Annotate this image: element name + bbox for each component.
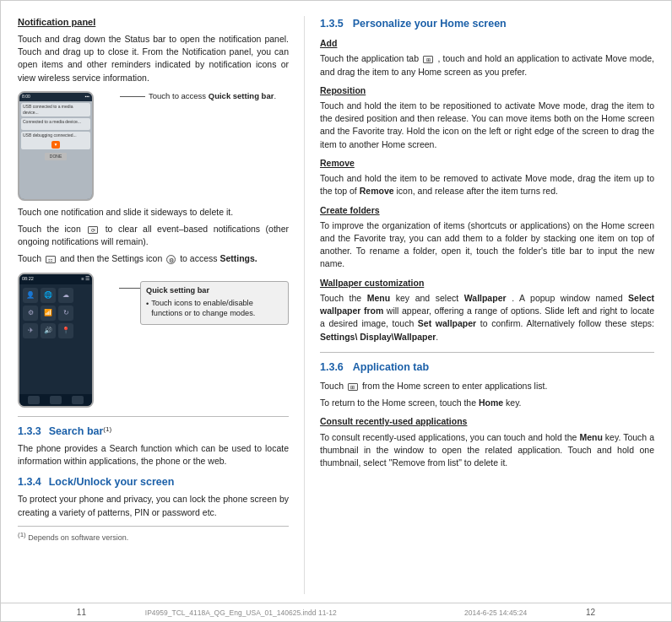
quick-setting-bar-label: Quick setting bar xyxy=(146,285,283,296)
pm2-icon-3: ☁ xyxy=(58,288,73,303)
pm2-icon-5: 📶 xyxy=(41,306,56,321)
status-icons: ▪▪▪ xyxy=(85,94,89,100)
section134-title: Lock/Unlock your screen xyxy=(49,476,175,488)
callout2-box: Quick setting bar • Touch icons to enabl… xyxy=(140,281,289,326)
notification-item-3: USB debugging connected... ▼ xyxy=(21,132,90,149)
pm2-icon-6: ↻ xyxy=(58,306,73,321)
pm2-icon-1: 👤 xyxy=(23,288,38,303)
reposition-paragraph: Touch and hold the item to be reposition… xyxy=(320,100,654,151)
callout-bold-1: Quick setting bar xyxy=(209,91,274,100)
notification-instruction3: Touch ⚏ and then the Settings icon ⚙ to … xyxy=(18,252,289,265)
callout-text-1: Touch to access Quick setting bar. xyxy=(149,91,276,102)
clear-notifications-icon: ⟳ xyxy=(88,226,98,234)
section-135-header: 1.3.5 Personalize your Home screen xyxy=(320,16,654,31)
pm2-status-bar: 08:22 ≡ ☰ xyxy=(19,274,92,284)
footnote: (1) Depends on software version. xyxy=(18,526,289,544)
pm2-icon-8: 🔊 xyxy=(41,323,56,338)
callout-line-1 xyxy=(120,96,145,97)
pm2-icon-4: ⚙ xyxy=(23,306,38,321)
remove-paragraph: Touch and hold the item to be removed to… xyxy=(320,172,654,197)
apptab-return-paragraph: To return to the Home screen, touch the … xyxy=(320,397,654,409)
pm2-icon-9: 📍 xyxy=(58,323,73,338)
section135-title: Personalize your Home screen xyxy=(353,18,507,30)
consult-paragraph: To consult recently-used applications, y… xyxy=(320,431,654,470)
create-folders-heading: Create folders xyxy=(320,204,654,217)
notification-item-2: Connected to a media device... xyxy=(21,118,90,130)
pm2-bottom-icon-3 xyxy=(72,396,84,404)
pm2-icon-2: 🌐 xyxy=(41,288,56,303)
notification-area: USB connected to a media device... Conne… xyxy=(19,101,92,199)
wallpaper-heading: Wallpaper customization xyxy=(320,277,654,289)
section-133: 1.3.3 Search bar(1) xyxy=(18,424,289,439)
status-bar-1: 8:00 ▪▪▪ xyxy=(19,93,92,101)
notification-instruction1: Touch one notification and slide it side… xyxy=(18,206,289,219)
add-paragraph: Touch the application tab ⊞ , touch and … xyxy=(320,52,654,78)
section136-title: Application tab xyxy=(353,361,429,373)
settings-gear-icon: ⚙ xyxy=(166,255,176,264)
callout2-bullet-1: • Touch icons to enable/disable function… xyxy=(146,298,283,320)
section-divider-2 xyxy=(320,352,654,353)
section136-number: 1.3.6 xyxy=(320,361,344,373)
pm2-bottom-bar xyxy=(19,394,92,406)
section133-sup: (1) xyxy=(103,425,111,432)
page-footer: 11 IP4959_TCL_4118A_QG_Eng_USA_01_140625… xyxy=(1,603,671,621)
section134-number: 1.3.4 xyxy=(18,476,41,488)
left-column: Notification panel Touch and drag down t… xyxy=(18,16,305,594)
page-wrapper: Notification panel Touch and drag down t… xyxy=(0,0,672,622)
remove-heading: Remove xyxy=(320,157,654,170)
section-134: 1.3.4 Lock/Unlock your screen xyxy=(18,474,289,489)
phone-mockup-1-container: 8:00 ▪▪▪ USB connected to a media device… xyxy=(18,91,289,201)
settings-grid-icon: ⚏ xyxy=(46,256,56,263)
phone-mockup-1: 8:00 ▪▪▪ USB connected to a media device… xyxy=(18,91,94,201)
phone-mockup-2: 08:22 ≡ ☰ 👤 🌐 ☁ ⚙ 📶 ↻ ✈ 🔊 📍 xyxy=(18,273,94,408)
app-tab-icon: ⊞ xyxy=(423,56,433,63)
pm2-time: 08:22 xyxy=(22,276,34,283)
pm2-bottom-icon-1 xyxy=(28,396,40,404)
add-heading: Add xyxy=(320,37,654,50)
section133-p: The phone provides a Search function whi… xyxy=(18,442,289,468)
pm2-icons-row: 👤 🌐 ☁ ⚙ 📶 ↻ ✈ 🔊 📍 xyxy=(19,284,92,342)
apptab-paragraph: Touch ⊞ from the Home screen to enter ap… xyxy=(320,380,654,392)
phone-mockup-2-container: 08:22 ≡ ☰ 👤 🌐 ☁ ⚙ 📶 ↻ ✈ 🔊 📍 xyxy=(18,273,289,408)
main-content: Notification panel Touch and drag down t… xyxy=(1,1,671,603)
status-time: 8:00 xyxy=(22,94,30,100)
section-divider-1 xyxy=(18,416,289,417)
footer-date: 2014-6-25 14:45:24 xyxy=(399,608,527,617)
page-number-left: 11 xyxy=(18,608,145,617)
pm2-icons: ≡ ☰ xyxy=(81,276,89,283)
notification-item-1: USB connected to a media device... xyxy=(21,103,90,117)
callout-box-1: Touch to access Quick setting bar. xyxy=(120,91,289,102)
create-folders-paragraph: To improve the organization of items (sh… xyxy=(320,219,654,271)
section-136-header: 1.3.6 Application tab xyxy=(320,360,654,375)
right-column: 1.3.5 Personalize your Home screen Add T… xyxy=(305,16,654,594)
section133-title: Search bar xyxy=(49,425,104,437)
wallpaper-paragraph: Touch the Menu key and select Wallpaper … xyxy=(320,292,654,343)
page-number-right: 12 xyxy=(527,608,654,617)
footnote-text: Depends on software version. xyxy=(28,533,128,542)
notification-instruction2: Touch the icon ⟳ to clear all event–base… xyxy=(18,223,289,248)
callout2-container: Quick setting bar • Touch icons to enabl… xyxy=(116,281,289,326)
consult-heading: Consult recently-used applications xyxy=(320,415,654,428)
callout2-line xyxy=(119,288,140,289)
notification-panel-p1: Touch and drag down the Status bar to op… xyxy=(18,33,289,84)
bullet-icon: • xyxy=(146,299,149,310)
notification-panel-heading: Notification panel xyxy=(18,16,289,30)
reposition-heading: Reposition xyxy=(320,84,654,97)
app-tab-icon-2: ⊞ xyxy=(348,383,358,391)
phone-screen-1: 8:00 ▪▪▪ USB connected to a media device… xyxy=(19,93,92,199)
pm2-icon-7: ✈ xyxy=(23,323,38,338)
pm2-bottom-icon-2 xyxy=(50,396,62,404)
section134-p: To protect your phone and privacy, you c… xyxy=(18,493,289,518)
footer-filename: IP4959_TCL_4118A_QG_Eng_USA_01_140625.in… xyxy=(145,608,400,617)
section133-number: 1.3.3 xyxy=(18,425,41,437)
footnote-sup: (1) xyxy=(18,531,26,538)
section135-number: 1.3.5 xyxy=(320,18,344,30)
